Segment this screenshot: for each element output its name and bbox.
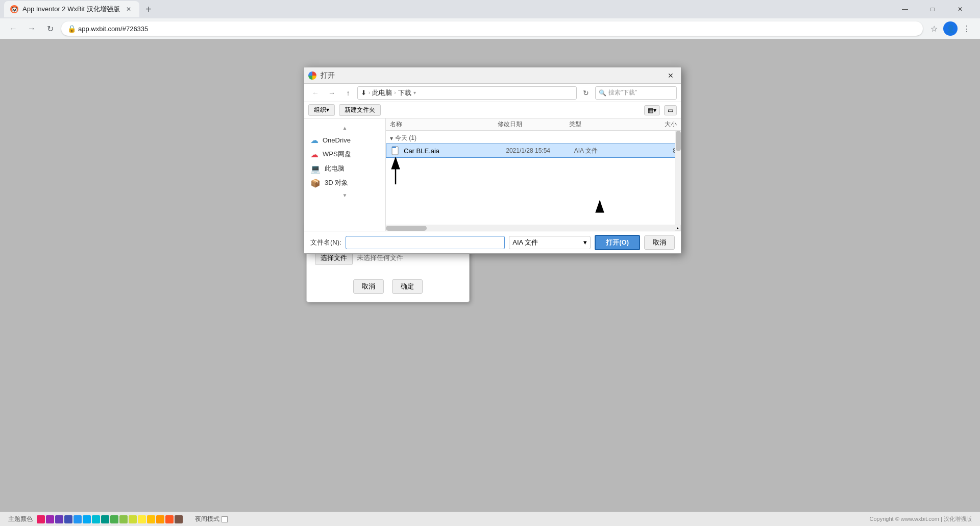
file-type: AIA 文件 bbox=[574, 147, 643, 155]
new-folder-button[interactable]: 新建文件夹 bbox=[339, 104, 381, 116]
minimize-button[interactable]: — bbox=[893, 2, 917, 16]
fd-path-bar[interactable]: ⬇ › 此电脑 › 下载 ▾ bbox=[357, 86, 577, 100]
fd-path-downloads-icon: ⬇ bbox=[361, 89, 366, 97]
view-button[interactable]: ▦▾ bbox=[644, 105, 660, 115]
file-open-dialog: 打开 ✕ ← → ↑ ⬇ › 此电脑 › 下载 ▾ ↻ 🔍 搜索"下载" 组织▾ bbox=[304, 67, 681, 254]
new-tab-button[interactable]: + bbox=[141, 2, 156, 16]
no-file-label: 未选择任何文件 bbox=[357, 253, 403, 262]
star-icon[interactable]: ☆ bbox=[927, 21, 941, 36]
night-mode-label: 夜间模式 bbox=[195, 515, 219, 523]
swatch-green[interactable] bbox=[110, 515, 118, 523]
sidebar-item-3d[interactable]: 📦 3D 对象 bbox=[304, 176, 385, 190]
col-size: 大小 bbox=[641, 120, 677, 129]
tab-bar: 🐼 App Inventor 2 WxBit 汉化增强版 ✕ + — □ ✕ bbox=[0, 0, 980, 18]
active-tab[interactable]: 🐼 App Inventor 2 WxBit 汉化增强版 ✕ bbox=[4, 1, 139, 17]
theme-label: 主题颜色 bbox=[8, 515, 33, 523]
import-cancel-button[interactable]: 取消 bbox=[353, 279, 384, 294]
import-dialog-footer: 取消 确定 bbox=[307, 275, 469, 302]
swatch-purple[interactable] bbox=[46, 515, 54, 523]
fd-column-header: 名称 修改日期 类型 大小 bbox=[386, 118, 681, 131]
sidebar-item-computer[interactable]: 💻 此电脑 bbox=[304, 161, 385, 176]
group-collapse-icon: ▾ bbox=[390, 135, 393, 142]
toolbar-icons: ☆ 👤 ⋮ bbox=[927, 21, 974, 36]
chrome-icon bbox=[308, 71, 316, 80]
file-date: 2021/1/28 15:54 bbox=[506, 147, 574, 154]
file-dialog-body: ▲ ☁ OneDrive ☁ WPS网盘 💻 此电脑 📦 3D 对象 bbox=[304, 118, 681, 231]
back-button[interactable]: ← bbox=[6, 21, 20, 36]
computer-icon: 💻 bbox=[310, 164, 321, 174]
fd-path-downloads: 下载 bbox=[398, 88, 411, 98]
sidebar-item-wps[interactable]: ☁ WPS网盘 bbox=[304, 147, 385, 161]
swatch-indigo[interactable] bbox=[64, 515, 72, 523]
filetype-select[interactable]: AIA 文件 ▾ bbox=[509, 236, 591, 249]
file-cancel-button[interactable]: 取消 bbox=[644, 235, 675, 250]
fd-sidebar-scroll-up[interactable]: ▲ bbox=[304, 123, 385, 133]
swatch-teal[interactable] bbox=[101, 515, 109, 523]
close-button[interactable]: ✕ bbox=[948, 2, 972, 16]
file-dialog-main: 名称 修改日期 类型 大小 ▾ 今天 (1) bbox=[386, 118, 681, 231]
organize-button[interactable]: 组织▾ bbox=[308, 104, 335, 116]
fd-back-button[interactable]: ← bbox=[308, 86, 323, 100]
tab-title: App Inventor 2 WxBit 汉化增强版 bbox=[22, 5, 120, 14]
swatch-light-blue[interactable] bbox=[83, 515, 91, 523]
search-icon: 🔍 bbox=[599, 89, 606, 97]
fd-file-item-carble[interactable]: Car BLE.aia 2021/1/28 15:54 AIA 文件 8 bbox=[386, 144, 681, 158]
file-size: 8 bbox=[642, 147, 676, 154]
onedrive-icon: ☁ bbox=[310, 135, 318, 145]
import-confirm-button[interactable]: 确定 bbox=[392, 279, 423, 294]
swatch-deep-purple[interactable] bbox=[55, 515, 63, 523]
fd-refresh-button[interactable]: ↻ bbox=[579, 86, 593, 100]
details-button[interactable]: ▭ bbox=[664, 105, 677, 115]
col-date: 修改日期 bbox=[498, 120, 570, 129]
tab-favicon: 🐼 bbox=[10, 5, 18, 13]
swatch-light-green[interactable] bbox=[119, 515, 128, 523]
browser-chrome: 🐼 App Inventor 2 WxBit 汉化增强版 ✕ + — □ ✕ ←… bbox=[0, 0, 980, 39]
status-bar: 主题颜色 夜间模式 Copyright © www.wxbit.com | 汉化… bbox=[0, 512, 980, 526]
reload-button[interactable]: ↻ bbox=[43, 21, 57, 36]
forward-button[interactable]: → bbox=[24, 21, 39, 36]
fd-search-placeholder: 搜索"下载" bbox=[608, 88, 638, 97]
tab-close-btn[interactable]: ✕ bbox=[124, 5, 133, 14]
fd-sidebar-scroll-down[interactable]: ▼ bbox=[304, 190, 385, 200]
maximize-button[interactable]: □ bbox=[921, 2, 944, 16]
file-dialog-titlebar: 打开 ✕ bbox=[304, 67, 681, 84]
app-main: 🐼 App Inventor 2 WxBit 汉化增强版 项目▾ 帮助▾ 中 ·… bbox=[0, 39, 980, 512]
swatch-yellow[interactable] bbox=[138, 515, 146, 523]
file-dialog-sidebar: ▲ ☁ OneDrive ☁ WPS网盘 💻 此电脑 📦 3D 对象 bbox=[304, 118, 386, 231]
file-dialog-actions: 组织▾ 新建文件夹 ▦▾ ▭ bbox=[304, 102, 681, 118]
swatch-orange[interactable] bbox=[156, 515, 164, 523]
url-text: app.wxbit.com/#726335 bbox=[78, 25, 917, 33]
address-input[interactable]: 🔒 app.wxbit.com/#726335 bbox=[61, 21, 923, 36]
window-controls: — □ ✕ bbox=[893, 2, 976, 16]
fd-scrollbar-thumb[interactable] bbox=[676, 131, 681, 151]
swatch-brown[interactable] bbox=[175, 515, 183, 523]
fd-search-bar[interactable]: 🔍 搜索"下载" bbox=[595, 86, 677, 100]
wps-icon: ☁ bbox=[310, 150, 318, 159]
profile-icon[interactable]: 👤 bbox=[943, 21, 958, 36]
fd-group-header[interactable]: ▾ 今天 (1) bbox=[386, 133, 681, 144]
filename-input[interactable] bbox=[346, 236, 505, 249]
file-name: Car BLE.aia bbox=[404, 147, 506, 155]
file-dialog-toolbar: ← → ↑ ⬇ › 此电脑 › 下载 ▾ ↻ 🔍 搜索"下载" bbox=[304, 84, 681, 102]
copyright-text: Copyright © www.wxbit.com | 汉化增强版 bbox=[870, 515, 972, 523]
fd-forward-button[interactable]: → bbox=[325, 86, 339, 100]
menu-icon[interactable]: ⋮ bbox=[960, 21, 974, 36]
address-bar: ← → ↻ 🔒 app.wxbit.com/#726335 ☆ 👤 ⋮ bbox=[0, 18, 980, 39]
fd-scrollbar[interactable] bbox=[675, 131, 681, 231]
swatch-lime[interactable] bbox=[129, 515, 137, 523]
night-mode-toggle[interactable]: 夜间模式 bbox=[195, 515, 228, 523]
fd-file-list: ▾ 今天 (1) Car BLE.aia 2021/1/28 15:54 AIA bbox=[386, 131, 681, 160]
fd-hscrollbar[interactable] bbox=[386, 225, 675, 231]
swatch-blue[interactable] bbox=[74, 515, 82, 523]
swatch-amber[interactable] bbox=[147, 515, 155, 523]
3d-icon: 📦 bbox=[310, 178, 321, 188]
swatch-pink[interactable] bbox=[37, 515, 45, 523]
sidebar-item-onedrive[interactable]: ☁ OneDrive bbox=[304, 133, 385, 147]
fd-hscrollbar-thumb[interactable] bbox=[386, 226, 427, 231]
night-mode-checkbox[interactable] bbox=[222, 516, 228, 522]
swatch-cyan[interactable] bbox=[92, 515, 100, 523]
fd-up-button[interactable]: ↑ bbox=[341, 86, 355, 100]
open-button[interactable]: 打开(O) bbox=[595, 235, 640, 250]
file-dialog-close-button[interactable]: ✕ bbox=[665, 69, 677, 82]
swatch-deep-orange[interactable] bbox=[165, 515, 174, 523]
